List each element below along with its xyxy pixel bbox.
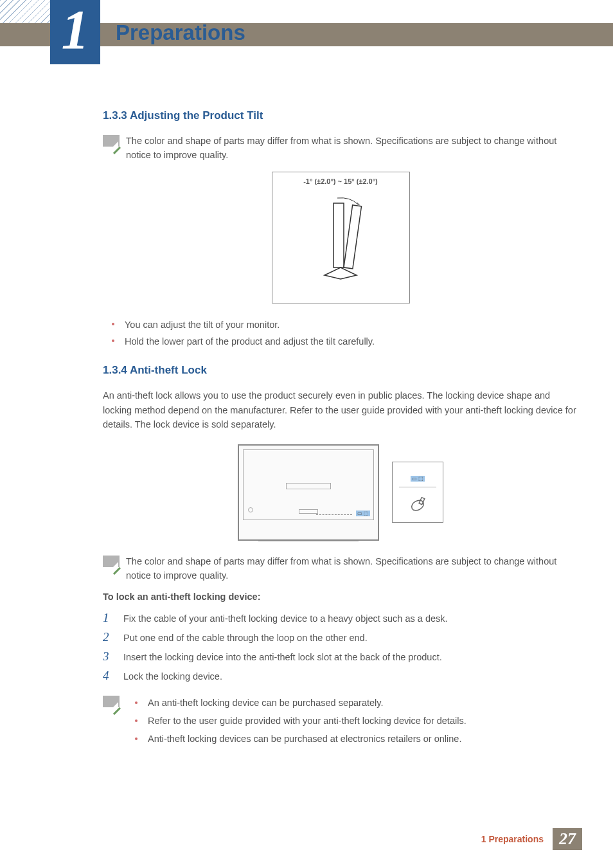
step-item: 2Put one end of the cable through the lo… — [103, 628, 578, 647]
footer-chapter-label: 1 Preparations — [481, 834, 544, 844]
step-item: 3Insert the locking device into the anti… — [103, 647, 578, 666]
section-heading-tilt: 1.3.3 Adjusting the Product Tilt — [103, 109, 578, 122]
tilt-range-label: -1° (±2.0°) ~ 15° (±2.0°) — [278, 177, 404, 185]
step-text: Put one end of the cable through the loo… — [123, 633, 368, 643]
lock-intro-paragraph: An anti-theft lock allows you to use the… — [103, 388, 578, 431]
step-text: Fix the cable of your anti-theft locking… — [123, 613, 448, 624]
page-footer: 1 Preparations 27 — [481, 828, 582, 850]
note-icon — [103, 135, 120, 147]
lock-steps-list: 1Fix the cable of your anti-theft lockin… — [103, 608, 578, 685]
svg-rect-2 — [344, 205, 362, 269]
monitor-back-illustration: ▭ ⬚ — [238, 444, 379, 541]
monitor-tilt-illustration — [305, 192, 376, 282]
header-hatching-decoration — [0, 0, 50, 24]
svg-rect-1 — [333, 203, 344, 267]
list-item: Refer to the user guide provided with yo… — [126, 712, 466, 730]
list-item: You can adjust the tilt of your monitor. — [103, 316, 578, 333]
lock-zoom-illustration: ▭ ⬚ — [392, 462, 443, 523]
step-text: Lock the locking device. — [123, 671, 222, 682]
footer-page-number: 27 — [553, 828, 582, 850]
step-text: Insert the locking device into the anti-… — [123, 652, 442, 662]
note-text: The color and shape of parts may differ … — [126, 554, 578, 583]
step-item: 1Fix the cable of your anti-theft lockin… — [103, 608, 578, 628]
lock-sub-notes-list: An anti-theft locking device can be purc… — [126, 694, 466, 748]
chapter-title: Preparations — [116, 21, 245, 45]
list-item: An anti-theft locking device can be purc… — [126, 694, 466, 712]
section-heading-lock: 1.3.4 Anti-theft Lock — [103, 364, 578, 377]
tilt-figure: -1° (±2.0°) ~ 15° (±2.0°) — [272, 172, 410, 303]
page-content: 1.3.3 Adjusting the Product Tilt The col… — [103, 109, 578, 748]
note-box: The color and shape of parts may differ … — [103, 134, 578, 163]
note-box: An anti-theft locking device can be purc… — [103, 694, 578, 748]
note-icon — [103, 696, 120, 707]
list-item: Anti-theft locking devices can be purcha… — [126, 730, 466, 748]
note-icon — [103, 556, 120, 567]
tilt-bullet-list: You can adjust the tilt of your monitor.… — [103, 316, 578, 350]
lock-figure: ▭ ⬚ ▭ ⬚ — [225, 441, 456, 544]
chapter-number-badge: 1 — [50, 0, 100, 64]
step-item: 4Lock the locking device. — [103, 666, 578, 685]
note-text: The color and shape of parts may differ … — [126, 134, 578, 163]
list-item: Hold the lower part of the product and a… — [103, 333, 578, 350]
steps-title: To lock an anti-theft locking device: — [103, 592, 578, 602]
note-box: The color and shape of parts may differ … — [103, 554, 578, 583]
svg-point-3 — [410, 498, 425, 512]
